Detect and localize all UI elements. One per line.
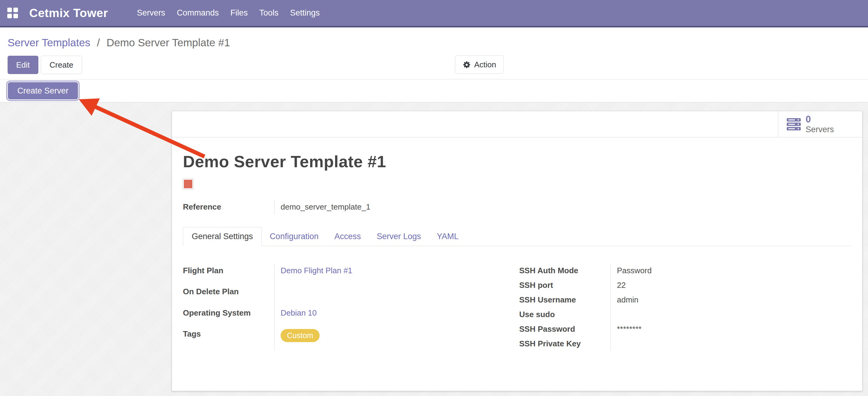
tab-configuration[interactable]: Configuration [262, 227, 327, 246]
on-delete-plan-label: On Delete Plan [183, 284, 274, 305]
servers-stat-button[interactable]: 0 Servers [778, 111, 862, 137]
gear-icon [463, 61, 471, 69]
menu-item-servers[interactable]: Servers [131, 8, 171, 18]
tab-content-general-settings: Flight Plan Demo Flight Plan #1 On Delet… [183, 263, 851, 351]
control-panel: Edit Create Action [0, 55, 868, 74]
app-brand[interactable]: Cetmix Tower [29, 6, 108, 20]
field-group-left: Flight Plan Demo Flight Plan #1 On Delet… [183, 263, 519, 351]
operating-system-label: Operating System [183, 306, 274, 327]
button-box: 0 Servers [172, 111, 862, 137]
operating-system-value-link[interactable]: Debian 10 [281, 308, 317, 317]
create-button[interactable]: Create [41, 56, 82, 74]
use-sudo-value [611, 307, 851, 322]
apps-grid-icon [7, 8, 18, 19]
status-bar: Create Server [0, 80, 868, 102]
ssh-password-label: SSH Password [519, 322, 611, 336]
ssh-username-value: admin [611, 292, 851, 307]
form-sheet: 0 Servers Demo Server Template #1 Refere… [172, 111, 863, 391]
tags-label: Tags [183, 327, 274, 351]
create-server-button[interactable]: Create Server [8, 82, 78, 99]
menu-item-tools[interactable]: Tools [253, 8, 284, 18]
tab-access[interactable]: Access [327, 227, 369, 246]
action-button-label: Action [474, 60, 496, 69]
breadcrumb: Server Templates / Demo Server Template … [0, 27, 868, 50]
color-swatch [183, 179, 193, 189]
ssh-port-value: 22 [611, 278, 851, 292]
tag-badge-custom: Custom [281, 329, 319, 342]
tab-general-settings[interactable]: General Settings [183, 227, 262, 246]
menu-item-settings[interactable]: Settings [284, 8, 326, 18]
reference-value: demo_server_template_1 [274, 200, 851, 214]
use-sudo-label: Use sudo [519, 307, 611, 322]
sheet-body: Demo Server Template #1 Reference demo_s… [172, 152, 862, 351]
ssh-private-key-value [611, 336, 851, 351]
servers-stack-icon [787, 118, 801, 131]
tab-server-logs[interactable]: Server Logs [369, 227, 429, 246]
ssh-auth-mode-value: Password [611, 263, 851, 278]
ssh-username-label: SSH Username [519, 292, 611, 307]
tab-yaml[interactable]: YAML [429, 227, 467, 246]
on-delete-plan-value [274, 284, 519, 305]
ssh-port-label: SSH port [519, 278, 611, 292]
top-navbar: Cetmix Tower Servers Commands Files Tool… [0, 0, 868, 27]
flight-plan-label: Flight Plan [183, 263, 274, 284]
field-group-right: SSH Auth Mode Password SSH port 22 SSH U… [519, 263, 851, 351]
menu-item-commands[interactable]: Commands [171, 8, 225, 18]
ssh-private-key-label: SSH Private Key [519, 336, 611, 351]
menu-item-files[interactable]: Files [225, 8, 253, 18]
ssh-password-value: ******** [611, 322, 851, 336]
stat-label: Servers [806, 125, 834, 134]
main-menu: Servers Commands Files Tools Settings [131, 8, 326, 18]
edit-button[interactable]: Edit [8, 56, 38, 74]
breadcrumb-parent-link[interactable]: Server Templates [8, 36, 90, 49]
ssh-auth-mode-label: SSH Auth Mode [519, 263, 611, 278]
breadcrumb-current: Demo Server Template #1 [106, 36, 230, 49]
stat-value: 0 [806, 115, 834, 124]
action-button[interactable]: Action [455, 55, 504, 74]
notebook-tabs: General Settings Configuration Access Se… [183, 227, 851, 246]
field-reference: Reference demo_server_template_1 [183, 200, 851, 214]
apps-menu-button[interactable] [4, 4, 22, 22]
record-title: Demo Server Template #1 [183, 152, 851, 171]
form-view-background: 0 Servers Demo Server Template #1 Refere… [0, 102, 868, 396]
reference-label: Reference [183, 200, 274, 214]
flight-plan-value-link[interactable]: Demo Flight Plan #1 [281, 266, 352, 275]
breadcrumb-separator: / [93, 36, 103, 49]
